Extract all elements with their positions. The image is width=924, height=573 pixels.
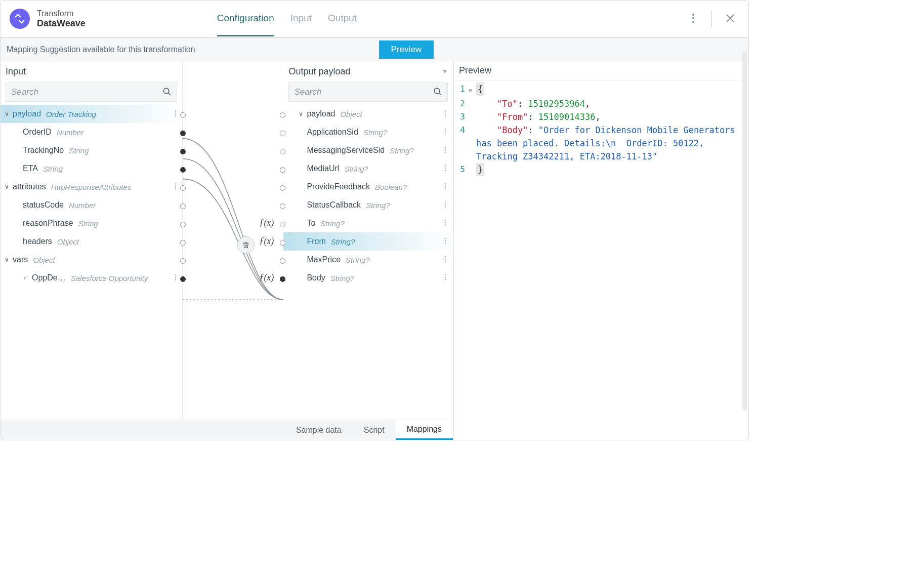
field-name: OppDe… xyxy=(32,273,66,282)
svg-point-40 xyxy=(445,261,446,262)
port-icon[interactable] xyxy=(280,167,285,173)
transform-icon xyxy=(10,9,30,29)
output-row-payload[interactable]: ∨payloadObject xyxy=(283,105,453,123)
output-row-providefeedback[interactable]: ProvideFeedbackBoolean? xyxy=(283,178,453,196)
tab-configuration[interactable]: Configuration xyxy=(217,2,274,36)
port-icon[interactable] xyxy=(280,112,285,118)
field-name: ApplicationSid xyxy=(307,128,358,137)
svg-point-25 xyxy=(445,170,446,171)
field-type: String? xyxy=(331,237,355,246)
tab-mappings[interactable]: Mappings xyxy=(396,420,453,440)
input-row-orderid[interactable]: OrderIDNumber xyxy=(1,123,182,141)
svg-point-29 xyxy=(445,201,446,202)
fold-icon[interactable]: ⊟ xyxy=(469,83,476,97)
svg-point-5 xyxy=(175,113,176,114)
row-menu-icon[interactable] xyxy=(442,237,449,247)
field-name: To xyxy=(307,219,315,228)
port-icon[interactable] xyxy=(280,240,285,245)
input-search-field[interactable] xyxy=(11,87,162,97)
field-type: String? xyxy=(363,128,388,137)
delete-mapping-icon[interactable] xyxy=(237,236,255,254)
input-row-payload[interactable]: ∨payloadOrder Tracking xyxy=(1,105,182,123)
port-icon[interactable] xyxy=(280,222,285,227)
row-menu-icon[interactable] xyxy=(172,182,179,192)
chevron-down-icon[interactable]: ∨ xyxy=(299,110,306,117)
svg-point-4 xyxy=(175,110,176,111)
field-type: String? xyxy=(320,219,345,228)
input-row-headers[interactable]: headersObject xyxy=(1,232,182,251)
row-menu-icon[interactable] xyxy=(172,109,179,119)
row-menu-icon[interactable] xyxy=(442,273,449,283)
fx-icon: ƒ(x) xyxy=(259,272,274,283)
output-row-from[interactable]: ƒ(x)FromString? xyxy=(283,232,453,251)
svg-point-6 xyxy=(175,115,176,116)
output-row-messagingservicesid[interactable]: MessagingServiceSidString? xyxy=(283,141,453,159)
tab-sample-data[interactable]: Sample data xyxy=(285,420,353,440)
svg-point-30 xyxy=(445,204,446,205)
tab-input[interactable]: Input xyxy=(290,2,312,36)
fold-icon xyxy=(469,163,476,165)
row-menu-icon[interactable] xyxy=(442,164,449,174)
row-menu-icon[interactable] xyxy=(172,273,179,283)
port-icon[interactable] xyxy=(280,185,285,191)
field-type: String? xyxy=(330,274,355,282)
output-row-mediaurl[interactable]: MediaUrlString? xyxy=(283,159,453,178)
input-row-oppde[interactable]: ›OppDe…Salesforce Opportunity xyxy=(1,269,182,287)
tab-output[interactable]: Output xyxy=(328,2,357,36)
fx-icon: ƒ(x) xyxy=(259,236,274,247)
chevron-down-icon[interactable]: ∨ xyxy=(5,110,12,117)
preview-code[interactable]: 1⊟{2 "To": 15102953964,3 "From": 1510901… xyxy=(454,80,748,440)
svg-point-22 xyxy=(445,152,446,153)
field-name: vars xyxy=(13,255,28,264)
output-row-statuscallback[interactable]: StatusCallbackString? xyxy=(283,196,453,214)
row-menu-icon[interactable] xyxy=(442,200,449,210)
input-search[interactable] xyxy=(6,83,177,102)
chevron-right-icon[interactable]: › xyxy=(24,274,31,281)
chevron-down-icon[interactable]: ∨ xyxy=(5,183,12,190)
svg-point-43 xyxy=(445,279,446,280)
input-row-statuscode[interactable]: statusCodeNumber xyxy=(1,196,182,214)
svg-point-42 xyxy=(445,277,446,278)
port-icon[interactable] xyxy=(280,258,285,264)
port-icon[interactable] xyxy=(280,203,285,209)
bottom-tabs: Sample data Script Mappings xyxy=(1,420,453,440)
more-menu-icon[interactable] xyxy=(684,9,702,29)
tab-script[interactable]: Script xyxy=(353,420,396,440)
output-dropdown-icon[interactable]: ▼ xyxy=(442,68,448,75)
field-type: Salesforce Opportunity xyxy=(71,274,148,282)
output-row-applicationsid[interactable]: ApplicationSidString? xyxy=(283,123,453,141)
row-menu-icon[interactable] xyxy=(442,128,449,137)
scrollbar[interactable] xyxy=(742,51,747,411)
svg-point-3 xyxy=(163,88,169,94)
field-name: payload xyxy=(13,109,41,118)
input-row-trackingno[interactable]: TrackingNoString xyxy=(1,141,182,159)
input-row-vars[interactable]: ∨varsObject xyxy=(1,251,182,269)
input-row-reasonphrase[interactable]: reasonPhraseString xyxy=(1,214,182,232)
chevron-down-icon[interactable]: ∨ xyxy=(5,256,12,263)
preview-button[interactable]: Preview xyxy=(379,40,434,59)
row-menu-icon[interactable] xyxy=(442,219,449,228)
row-menu-icon[interactable] xyxy=(442,109,449,119)
input-row-attributes[interactable]: ∨attributesHttpResponseAttributes xyxy=(1,178,182,196)
input-tree: ∨payloadOrder TrackingOrderIDNumberTrack… xyxy=(1,105,182,287)
svg-point-34 xyxy=(445,225,446,226)
input-row-eta[interactable]: ETAString xyxy=(1,159,182,178)
port-icon[interactable] xyxy=(280,149,285,154)
search-icon xyxy=(433,87,442,98)
header: Transform DataWeave Configuration Input … xyxy=(1,1,748,38)
port-icon[interactable] xyxy=(280,131,285,136)
output-search[interactable] xyxy=(288,83,448,102)
output-row-maxprice[interactable]: MaxPriceString? xyxy=(283,251,453,269)
output-row-to[interactable]: ƒ(x)ToString? xyxy=(283,214,453,232)
row-menu-icon[interactable] xyxy=(442,255,449,265)
close-icon[interactable] xyxy=(721,9,739,29)
svg-point-27 xyxy=(445,186,446,187)
field-type: Number xyxy=(69,201,96,210)
svg-point-18 xyxy=(445,131,446,132)
row-menu-icon[interactable] xyxy=(442,182,449,192)
row-menu-icon[interactable] xyxy=(442,146,449,155)
output-row-body[interactable]: ƒ(x)BodyString? xyxy=(283,269,453,287)
field-name: headers xyxy=(23,237,52,246)
output-search-field[interactable] xyxy=(294,87,433,97)
port-icon[interactable] xyxy=(280,276,285,282)
